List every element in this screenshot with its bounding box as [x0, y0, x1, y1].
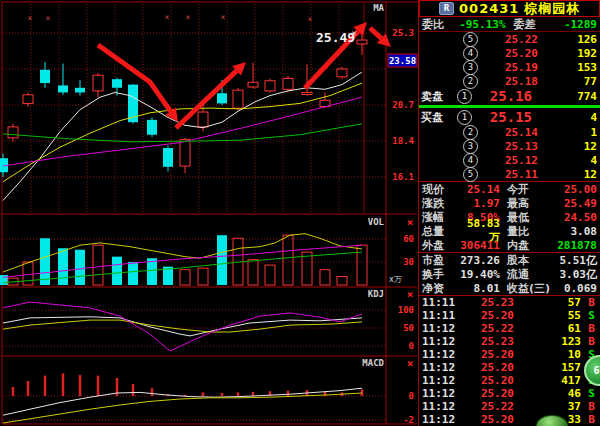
weibi-value: -95.13%: [444, 18, 514, 31]
tick-side-flag: B: [586, 335, 597, 348]
price-axis-label: 16.1: [392, 172, 414, 182]
volume-bar: [23, 262, 33, 285]
volume-bar: [265, 265, 275, 285]
quote-stat-row: 市盈273.26股本5.51亿: [419, 253, 600, 267]
quote-stat-row: 换手19.40%流通3.03亿: [419, 267, 600, 281]
bid-level-row[interactable]: 325.1312: [419, 139, 600, 153]
tick-time: 11:12: [422, 387, 458, 400]
bid-1-row[interactable]: 买盘125.154: [419, 109, 600, 125]
stat-value: 3.03亿: [557, 267, 597, 282]
ask-level-row[interactable]: 425.20192: [419, 46, 600, 60]
bid-level-price: 25.11: [478, 168, 538, 181]
level-number-icon: 3: [463, 60, 478, 75]
ask-1-row[interactable]: 卖盘125.16774: [419, 88, 600, 104]
ask-1-volume: 774: [532, 90, 600, 103]
tick-row: 11:1225.2033B: [419, 413, 600, 426]
level-number-icon: 1: [457, 89, 472, 104]
stat-value: 25.00: [557, 183, 597, 196]
tick-row: 11:1225.20417S: [419, 374, 600, 387]
candle-body: [337, 69, 347, 77]
tick-price: 25.20: [458, 387, 514, 400]
candle-body: [180, 139, 190, 166]
stat-label: 收益(三): [507, 281, 557, 296]
volume-bar: [357, 245, 367, 285]
volume-bar: [58, 248, 68, 285]
stock-title-bar: R 002431 棕榈园林: [419, 0, 600, 17]
tick-side-flag: B: [586, 322, 597, 335]
stat-label: 外盘: [422, 238, 460, 253]
volume-bar: [112, 257, 122, 285]
ask-level-volume: 192: [538, 47, 600, 60]
macd-axis-label: -2: [403, 415, 414, 425]
quote-stat-row: 净资8.01收益(三)0.069: [419, 281, 600, 295]
candle-body: [198, 112, 208, 127]
ask-1-row[interactable]: 卖盘125.16774: [419, 88, 600, 104]
candle-body: [248, 82, 258, 87]
volume-bar: [128, 262, 138, 285]
ma-line-MA5: [3, 72, 362, 200]
pane-label-vol: VOL: [368, 217, 385, 227]
level-number-icon: 2: [463, 74, 478, 89]
quote-stats-group-1: 现价25.14今开25.00涨跌1.97最高25.49涨幅8.50%最低24.5…: [419, 181, 600, 252]
pane-label-macd: MACD: [362, 358, 384, 368]
quote-stat-row: 总量58.83万量比3.08: [419, 224, 600, 238]
event-marker-icon: ×: [308, 15, 313, 24]
close-vol-pane-icon[interactable]: ×: [407, 216, 414, 229]
stat-value: 0.069: [557, 282, 597, 295]
tick-volume: 61: [514, 322, 586, 335]
bid-1-price: 25.15: [472, 109, 532, 125]
ask-level-price: 25.22: [478, 33, 538, 46]
candle-body: [233, 90, 243, 108]
stat-value: 281878: [557, 239, 597, 252]
ask-level-price: 25.18: [478, 75, 538, 88]
stat-value: 19.40%: [460, 268, 500, 281]
vol-ma-line-VOLMA5: [3, 234, 362, 272]
close-macd-pane-icon[interactable]: ×: [407, 357, 414, 370]
tick-side-flag: B: [586, 400, 597, 413]
tick-price: 25.22: [458, 400, 514, 413]
volume-bar: [217, 235, 227, 285]
stock-name: 棕榈园林: [524, 0, 580, 18]
candle-body: [302, 92, 312, 94]
stat-label: 今开: [507, 182, 557, 197]
vol-unit-label: x万: [389, 275, 402, 284]
kdj-line-J: [3, 302, 362, 351]
bid-level-row[interactable]: 225.141: [419, 125, 600, 139]
tick-time: 11:11: [422, 296, 458, 309]
candle-body: [112, 79, 122, 88]
level-number-icon: 1: [457, 110, 472, 125]
bid-level-volume: 1: [538, 126, 600, 139]
bid-level-row[interactable]: 525.1112: [419, 167, 600, 181]
candle-body: [23, 95, 33, 104]
weicha-value: -1289: [536, 18, 598, 31]
vol-axis-label: 60: [403, 234, 414, 244]
stat-value: 25.49: [557, 197, 597, 210]
quote-stat-row: 外盘306411内盘281878: [419, 238, 600, 252]
bid-1-row[interactable]: 买盘125.154: [419, 109, 600, 125]
tick-list: 11:1125.2357B11:1125.2055S11:1225.2261B1…: [419, 295, 600, 426]
bid-level-row[interactable]: 425.124: [419, 153, 600, 167]
level-number-icon: 2: [463, 125, 478, 140]
volume-bar: [198, 268, 208, 285]
tick-volume: 10: [514, 348, 586, 361]
candle-body: [217, 93, 227, 103]
stat-value: 273.26: [460, 254, 500, 267]
volume-bar: [93, 245, 103, 285]
ask-level-row[interactable]: 525.22126: [419, 32, 600, 46]
quote-stat-row: 现价25.14今开25.00: [419, 182, 600, 196]
candle-body: [40, 70, 50, 83]
candle-body: [75, 88, 85, 93]
weibi-row: 委比 -95.13% 委差 -1289: [419, 17, 600, 32]
ask-level-row[interactable]: 225.1877: [419, 74, 600, 88]
candle-body: [58, 85, 68, 92]
weicha-label: 委差: [514, 17, 536, 32]
close-kdj-pane-icon[interactable]: ×: [407, 288, 414, 301]
volume-bar: [180, 270, 190, 285]
macd-axis-label: 0: [409, 391, 414, 401]
ask-level-row[interactable]: 325.19153: [419, 60, 600, 74]
annotation-price-text: 25.49: [316, 30, 355, 45]
candle-body: [357, 40, 367, 44]
tick-volume: 123: [514, 335, 586, 348]
tick-volume: 37: [514, 400, 586, 413]
rong-margin-icon: R: [439, 2, 454, 15]
